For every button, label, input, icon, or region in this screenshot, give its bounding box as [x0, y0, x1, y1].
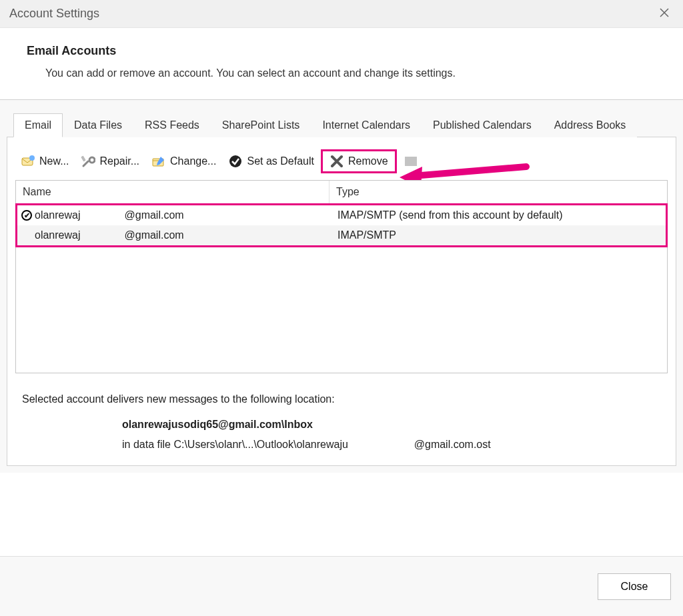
header: Email Accounts You can add or remove an …: [0, 28, 683, 100]
account-name-part2: @gmail.com: [124, 229, 183, 241]
bottom-bar: Close: [0, 556, 683, 616]
footer-path-a: in data file C:\Users\olanr\...\Outlook\…: [122, 439, 348, 450]
svg-point-4: [229, 155, 241, 167]
tab-address-books[interactable]: Address Books: [543, 113, 638, 137]
change-button[interactable]: Change...: [146, 151, 221, 171]
account-type: IMAP/SMTP: [331, 229, 666, 241]
content: Email Data Files RSS Feeds SharePoint Li…: [0, 100, 683, 473]
remove-button[interactable]: Remove: [321, 149, 397, 173]
svg-point-1: [29, 155, 35, 161]
tab-rss-feeds[interactable]: RSS Feeds: [133, 113, 211, 137]
account-type: IMAP/SMTP (send from this account by def…: [331, 209, 666, 221]
account-name-part1: olanrewaj: [35, 229, 80, 241]
svg-rect-2: [81, 156, 86, 162]
footer-info: Selected account delivers new messages t…: [15, 373, 668, 457]
header-subtitle: You can add or remove an account. You ca…: [45, 67, 656, 79]
remove-x-icon: [329, 154, 344, 169]
repair-label: Repair...: [99, 155, 139, 167]
folder-edit-icon: [151, 154, 166, 169]
change-label: Change...: [170, 155, 216, 167]
close-icon: [659, 7, 670, 20]
set-default-label: Set as Default: [247, 155, 314, 167]
titlebar: Account Settings: [0, 0, 683, 28]
tab-internet-calendars[interactable]: Internet Calendars: [311, 113, 422, 137]
account-row[interactable]: ✔ olanrewaj @gmail.com IMAP/SMTP (send f…: [17, 205, 666, 225]
grid-header: Name Type: [16, 181, 667, 204]
header-title: Email Accounts: [27, 44, 656, 58]
window-title: Account Settings: [9, 7, 99, 21]
tab-sharepoint-lists[interactable]: SharePoint Lists: [211, 113, 311, 137]
new-button[interactable]: New...: [15, 151, 74, 171]
tools-icon: [81, 154, 95, 169]
accounts-grid: Name Type ✔ olanrewaj @gmail.com IMAP/SM…: [15, 180, 668, 373]
footer-location-bold: olanrewajusodiq65@gmail.com\Inbox: [122, 419, 661, 431]
column-name[interactable]: Name: [16, 181, 329, 203]
footer-intro: Selected account delivers new messages t…: [22, 393, 661, 405]
check-circle-icon: [228, 154, 243, 169]
mail-new-icon: [21, 154, 35, 169]
window-close-button[interactable]: [655, 5, 674, 23]
account-name-part1: olanrewaj: [35, 209, 80, 221]
toolbar: New... Repair... Change... Set as Defaul…: [15, 145, 668, 180]
tab-email[interactable]: Email: [13, 113, 63, 137]
tab-data-files[interactable]: Data Files: [63, 113, 133, 137]
set-default-button[interactable]: Set as Default: [223, 151, 319, 171]
grid-rows-highlight: ✔ olanrewaj @gmail.com IMAP/SMTP (send f…: [15, 203, 668, 247]
tab-panel-email: New... Repair... Change... Set as Defaul…: [7, 137, 676, 466]
tab-strip: Email Data Files RSS Feeds SharePoint Li…: [13, 113, 676, 137]
column-type[interactable]: Type: [329, 181, 667, 203]
footer-path-b: @gmail.com.ost: [414, 439, 491, 450]
account-row[interactable]: olanrewaj @gmail.com IMAP/SMTP: [17, 225, 666, 245]
default-check-icon: ✔: [21, 210, 32, 221]
repair-button[interactable]: Repair...: [75, 151, 145, 171]
remove-label: Remove: [348, 155, 388, 167]
account-name-part2: @gmail.com: [124, 209, 183, 221]
tab-published-calendars[interactable]: Published Calendars: [422, 113, 543, 137]
new-label: New...: [39, 155, 69, 167]
close-button[interactable]: Close: [598, 573, 671, 600]
